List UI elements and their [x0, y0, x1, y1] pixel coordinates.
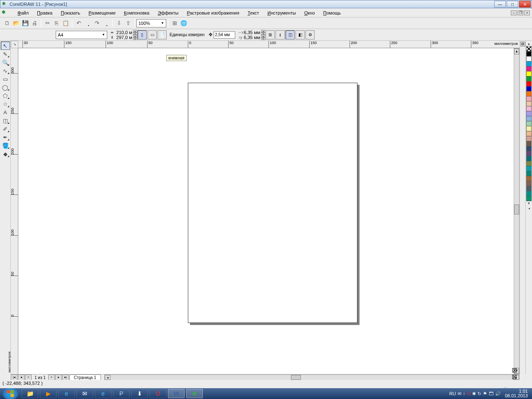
language-indicator[interactable]: RU — [449, 391, 456, 396]
duplicate-offset[interactable]: ↔x6,35 мм▲▼ ↕y6,35 мм▲▼ — [238, 30, 265, 40]
first-page-button[interactable]: |◂ — [11, 374, 17, 380]
ellipse-tool[interactable]: ◯ — [1, 83, 10, 91]
portrait-button[interactable]: ▯ — [138, 30, 147, 39]
landscape-button[interactable]: ▭ — [148, 30, 157, 39]
menu-размещение[interactable]: Размещение — [85, 10, 119, 16]
interactive-blend-tool[interactable]: ◫ — [1, 116, 10, 125]
outline-tool[interactable]: ✒ — [1, 133, 10, 141]
new-button[interactable]: 🗋 — [2, 19, 12, 28]
scroll-up-arrow[interactable]: ▲ — [514, 49, 519, 54]
tray-icon[interactable]: ↻ — [478, 391, 481, 397]
page-dimensions[interactable]: ⬌210,0 м▲▼ ⬍297,0 м▲▼ — [110, 30, 137, 40]
polygon-tool[interactable]: ⬠ — [1, 91, 10, 100]
paper-size-combo[interactable]: A4 ▼ — [56, 31, 107, 39]
ruler-vertical[interactable]: миллиметров 300250200150100500 — [11, 48, 18, 374]
shape-tool[interactable]: ✎ — [1, 50, 10, 58]
color-swatch[interactable] — [526, 196, 532, 201]
horizontal-scrollbar[interactable]: ◂ ▸ — [104, 374, 520, 380]
freehand-tool[interactable]: ∿ — [1, 66, 10, 75]
menu-помощь[interactable]: Помощь — [320, 10, 345, 16]
app-launcher-button[interactable]: ⊞ — [170, 19, 179, 28]
import-button[interactable]: ⇩ — [114, 19, 123, 28]
tray-icon[interactable]: ↑ — [463, 391, 466, 396]
copy-button[interactable]: ⎘ — [52, 19, 61, 28]
scroll-left-arrow[interactable]: ◂ — [105, 375, 111, 380]
tray-icon[interactable]: O — [467, 391, 470, 396]
corel-online-button[interactable]: 🌐 — [179, 19, 188, 28]
tray-icon[interactable]: ✱ — [472, 391, 476, 397]
opera-taskbar-item[interactable]: O — [150, 389, 166, 398]
ruler-origin[interactable]: ↘ — [11, 41, 18, 48]
tray-icon[interactable]: ⚑ — [483, 391, 487, 397]
rectangle-tool[interactable]: ▭ — [1, 75, 10, 83]
text-tool[interactable]: A — [1, 108, 10, 116]
media-player-taskbar-item[interactable]: ▶ — [40, 389, 57, 398]
vertical-scrollbar[interactable]: ▲ ▼ — [514, 48, 520, 374]
ruler-horizontal[interactable]: миллиметров 3015010050050100150200250300… — [18, 41, 520, 48]
page-tab[interactable]: Страница 1 — [69, 374, 101, 380]
word-taskbar-item[interactable]: W — [168, 389, 185, 398]
add-page-after-button[interactable]: + — [48, 374, 55, 380]
start-button[interactable] — [2, 388, 18, 399]
downloads-taskbar-item[interactable]: ⬇ — [131, 389, 148, 398]
treat-as-filled-button[interactable]: ◧ — [296, 30, 305, 39]
prev-page-button[interactable]: ◂ — [18, 374, 25, 380]
redo-flyout[interactable] — [101, 19, 111, 28]
print-button[interactable]: 🖨 — [30, 19, 39, 28]
eyedropper-tool[interactable]: ✐ — [1, 125, 10, 133]
app-p-taskbar-item[interactable]: P — [113, 389, 130, 398]
tray-icon[interactable]: 🗔 — [489, 391, 493, 396]
fill-tool[interactable]: 🪣 — [1, 141, 10, 150]
redo-button[interactable]: ↷ — [92, 19, 101, 28]
explorer-taskbar-item[interactable]: 📁 — [22, 389, 38, 398]
options-button[interactable]: ⚙ — [305, 30, 315, 39]
snap-objects-button[interactable]: ◫ — [286, 30, 295, 39]
cut-button[interactable]: ✂ — [43, 19, 52, 28]
snap-grid-button[interactable]: ⊞ — [266, 30, 275, 39]
pick-tool[interactable]: ↖ — [1, 42, 10, 50]
menu-файл[interactable]: Файл — [14, 10, 32, 16]
taskbar-clock[interactable]: 1:01 08.01.2013 — [502, 389, 530, 398]
close-button[interactable]: ✕ — [519, 1, 531, 7]
page-setup-button[interactable]: 📄 — [158, 30, 167, 39]
menu-инструменты[interactable]: Инструменты — [264, 10, 299, 16]
scroll-thumb-v[interactable] — [514, 204, 519, 214]
basic-shapes-tool[interactable]: ☆ — [1, 100, 10, 108]
palette-flyout-arrow[interactable]: ◂ — [527, 206, 532, 211]
mdi-restore-button[interactable]: ❐ — [517, 10, 523, 15]
tray-icon[interactable]: ✉ — [458, 391, 461, 397]
zoom-tool[interactable]: 🔍 — [1, 58, 10, 66]
open-button[interactable]: 📂 — [12, 19, 21, 28]
add-page-before-button[interactable]: + — [25, 374, 32, 380]
no-color-swatch[interactable] — [526, 46, 532, 52]
minimize-button[interactable]: — — [494, 1, 506, 7]
next-page-button[interactable]: ▸ — [55, 374, 62, 380]
last-page-button[interactable]: ▸| — [62, 374, 69, 380]
snap-guides-button[interactable]: ⫿ — [276, 30, 285, 39]
nudge-input[interactable] — [214, 31, 235, 39]
interactive-fill-tool[interactable]: ◆ — [1, 150, 10, 158]
menu-показать[interactable]: Показать — [57, 10, 84, 16]
coreldraw-taskbar-item[interactable]: ✱ — [186, 389, 203, 398]
menu-правка[interactable]: Правка — [34, 10, 56, 16]
menu-эффекты[interactable]: Эффекты — [154, 10, 182, 16]
mail-taskbar-item[interactable]: ✉ — [76, 389, 93, 398]
undo-button[interactable]: ↶ — [74, 19, 83, 28]
export-button[interactable]: ⇧ — [123, 19, 133, 28]
docker-toggle[interactable]: ▤ — [520, 42, 525, 47]
menu-окно[interactable]: Окно — [301, 10, 318, 16]
ie-taskbar-item[interactable]: e — [58, 389, 75, 398]
drawing-canvas[interactable]: книжная — [18, 48, 520, 374]
ie-taskbar-item-2[interactable]: e — [95, 389, 111, 398]
zoom-combo[interactable]: 100% ▼ — [136, 19, 166, 27]
menu-текст[interactable]: Текст — [244, 10, 263, 16]
mdi-minimize-button[interactable]: – — [511, 10, 517, 15]
menu-компоновка[interactable]: Компоновка — [121, 10, 153, 16]
nudge-offset[interactable]: ✥ — [207, 31, 235, 39]
palette-down-arrow[interactable]: ▼ — [527, 201, 532, 206]
scroll-thumb-h[interactable] — [291, 375, 301, 380]
maximize-button[interactable]: □ — [507, 1, 518, 7]
undo-flyout[interactable] — [83, 19, 92, 28]
volume-icon[interactable]: 🔊 — [495, 391, 501, 397]
save-button[interactable]: 💾 — [21, 19, 30, 28]
